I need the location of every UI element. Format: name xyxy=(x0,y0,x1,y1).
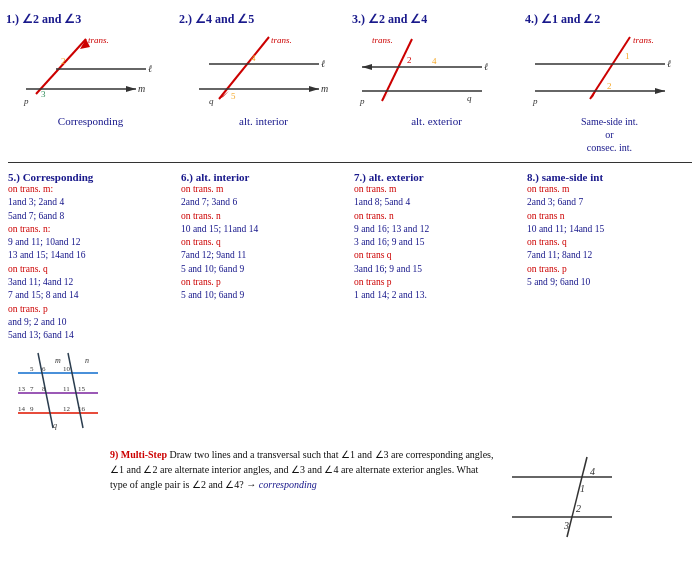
a5-trans2: on trans. n: xyxy=(8,224,50,234)
a7-trans4: on trans p xyxy=(354,277,391,287)
svg-text:12: 12 xyxy=(63,405,71,413)
svg-marker-17 xyxy=(309,86,319,92)
a7-body: on trans. m 1and 8; 5and 4 on trans. n 9… xyxy=(354,183,519,303)
a5-trans3: on trans. q xyxy=(8,264,48,274)
svg-line-65 xyxy=(567,457,587,537)
svg-text:m: m xyxy=(321,83,328,94)
a6-title: 6.) alt. interior xyxy=(181,171,346,183)
a6-line3: 7and 12; 9and 11 xyxy=(181,250,246,260)
svg-text:13: 13 xyxy=(18,385,26,393)
p9-spacer xyxy=(4,445,104,553)
svg-text:1: 1 xyxy=(625,51,630,61)
d2-label: alt. interior xyxy=(179,115,348,127)
svg-text:trans.: trans. xyxy=(88,35,109,45)
svg-text:p: p xyxy=(532,96,538,106)
a8-trans3: on trans. q xyxy=(527,237,567,247)
top-row: 1.) ∠2 and ∠3 trans. ℓ m 2 3 p Co xyxy=(0,0,700,158)
divider-line xyxy=(8,162,692,163)
svg-text:5: 5 xyxy=(30,365,34,373)
svg-text:2: 2 xyxy=(576,503,581,514)
d4-label: Same-side int.orconsec. int. xyxy=(525,115,694,154)
svg-text:3: 3 xyxy=(563,520,569,531)
svg-text:ℓ: ℓ xyxy=(321,58,325,69)
svg-text:q: q xyxy=(467,93,472,103)
svg-text:m: m xyxy=(138,83,145,94)
a8-title: 8.) same-side int xyxy=(527,171,692,183)
p9-svg: 4 1 2 3 xyxy=(502,447,622,547)
svg-text:16: 16 xyxy=(78,405,86,413)
a8-line3: 7and 11; 8and 12 xyxy=(527,250,592,260)
a5-trans1: on trans. m: xyxy=(8,184,53,194)
a5-line8: 5and 13; 6and 14 xyxy=(8,330,74,340)
a6-line2: 10 and 15; 11and 14 xyxy=(181,224,258,234)
d3-title: 3.) ∠2 and ∠4 xyxy=(352,12,521,27)
a7-line2: 9 and 16; 13 and 12 xyxy=(354,224,429,234)
d4-title: 4.) ∠1 and ∠2 xyxy=(525,12,694,27)
a7-line1: 1and 8; 5and 4 xyxy=(354,197,410,207)
svg-text:4: 4 xyxy=(251,53,256,63)
svg-text:10: 10 xyxy=(63,365,71,373)
a5-line3: 9 and 11; 10and 12 xyxy=(8,237,80,247)
a6-body: on trans. m 2and 7; 3and 6 on trans. n 1… xyxy=(181,183,346,303)
diagram-1: 1.) ∠2 and ∠3 trans. ℓ m 2 3 p Co xyxy=(4,8,177,158)
svg-marker-39 xyxy=(655,88,665,94)
answer-col-5: 5.) Corresponding on trans. m: 1and 3; 2… xyxy=(4,169,177,439)
svg-text:3: 3 xyxy=(41,89,46,99)
diagram-2: 2.) ∠4 and ∠5 trans. ℓ m 4 5 q alt. inte… xyxy=(177,8,350,158)
a7-trans1: on trans. m xyxy=(354,184,396,194)
a5-line6: 7 and 15; 8 and 14 xyxy=(8,290,78,300)
a7-title: 7.) alt. exterior xyxy=(354,171,519,183)
svg-text:14: 14 xyxy=(18,405,26,413)
diagram-4: 4.) ∠1 and ∠2 trans. ℓ 1 2 p Same-side i… xyxy=(523,8,696,158)
svg-marker-26 xyxy=(362,64,372,70)
problem9-row: 9) Multi-Step Draw two lines and a trans… xyxy=(0,443,700,555)
diagram-3: 3.) ∠2 and ∠4 trans. ℓ q 2 4 p alt. exte… xyxy=(350,8,523,158)
d4-svg: trans. ℓ 1 2 p xyxy=(525,29,680,109)
svg-text:trans.: trans. xyxy=(271,35,292,45)
svg-text:m: m xyxy=(55,356,61,365)
p9-diagram: 4 1 2 3 xyxy=(500,445,696,553)
answer-col-8: 8.) same-side int on trans. m 2and 3; 6a… xyxy=(523,169,696,439)
svg-text:ℓ: ℓ xyxy=(667,58,671,69)
a8-line2: 10 and 11; 14and 15 xyxy=(527,224,604,234)
d2-title: 2.) ∠4 and ∠5 xyxy=(179,12,348,27)
a8-line1: 2and 3; 6and 7 xyxy=(527,197,583,207)
d3-label: alt. exterior xyxy=(352,115,521,127)
page: 1.) ∠2 and ∠3 trans. ℓ m 2 3 p Co xyxy=(0,0,700,561)
svg-text:ℓ: ℓ xyxy=(484,61,488,72)
svg-text:1: 1 xyxy=(580,483,585,494)
svg-text:p: p xyxy=(23,96,29,106)
a5-body: on trans. m: 1and 3; 2and 4 5and 7; 6and… xyxy=(8,183,173,343)
p9-title: 9) Multi-Step xyxy=(110,449,169,460)
svg-line-46 xyxy=(38,353,53,428)
d1-svg: trans. ℓ m 2 3 p xyxy=(6,29,161,109)
d1-label: Corresponding xyxy=(6,115,175,127)
a6-trans2: on trans. n xyxy=(181,211,221,221)
a5-line7: and 9; 2 and 10 xyxy=(8,317,67,327)
svg-text:trans.: trans. xyxy=(372,35,393,45)
svg-line-0 xyxy=(36,39,86,94)
svg-text:2: 2 xyxy=(61,56,66,66)
d2-svg: trans. ℓ m 4 5 q xyxy=(179,29,334,109)
a6-trans1: on trans. m xyxy=(181,184,223,194)
svg-text:15: 15 xyxy=(78,385,86,393)
a8-trans4: on trans. p xyxy=(527,264,567,274)
a7-trans3: on trans q xyxy=(354,250,391,260)
svg-text:4: 4 xyxy=(432,56,437,66)
svg-text:ℓ: ℓ xyxy=(148,63,152,74)
a8-body: on trans. m 2and 3; 6and 7 on trans n 10… xyxy=(527,183,692,289)
a5-line4: 13 and 15; 14and 16 xyxy=(8,250,86,260)
a8-trans1: on trans. m xyxy=(527,184,569,194)
a5-line1: 1and 3; 2and 4 xyxy=(8,197,64,207)
svg-text:5: 5 xyxy=(231,91,236,101)
svg-text:q: q xyxy=(53,421,57,430)
d1-title: 1.) ∠2 and ∠3 xyxy=(6,12,175,27)
a6-line5: 5 and 10; 6and 9 xyxy=(181,290,244,300)
a6-trans4: on trans. p xyxy=(181,277,221,287)
svg-text:trans.: trans. xyxy=(633,35,654,45)
svg-text:4: 4 xyxy=(590,466,595,477)
problem9: 9) Multi-Step Draw two lines and a trans… xyxy=(104,445,500,553)
a6-trans3: on trans. q xyxy=(181,237,221,247)
svg-text:q: q xyxy=(209,96,214,106)
svg-text:8: 8 xyxy=(42,385,46,393)
